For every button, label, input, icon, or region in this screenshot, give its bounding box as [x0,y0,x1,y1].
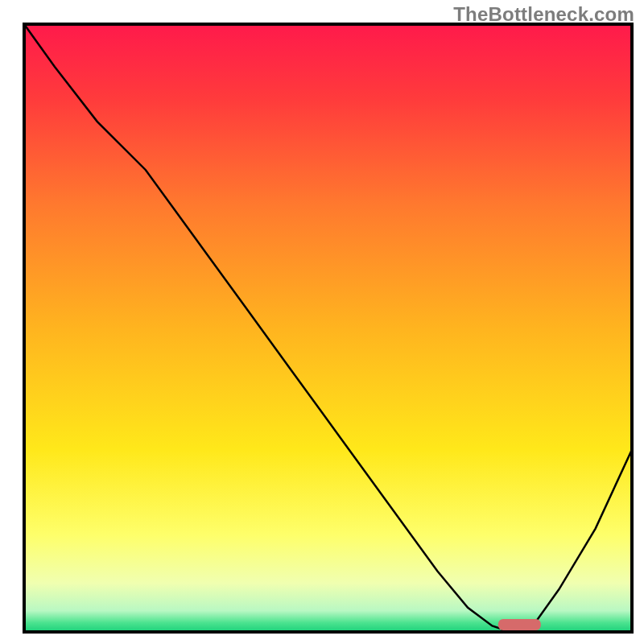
bottleneck-plot [0,0,644,644]
plot-gradient-background [24,24,632,632]
watermark-text: TheBottleneck.com [453,3,634,26]
chart-container: TheBottleneck.com [0,0,644,644]
optimal-marker [498,619,541,630]
